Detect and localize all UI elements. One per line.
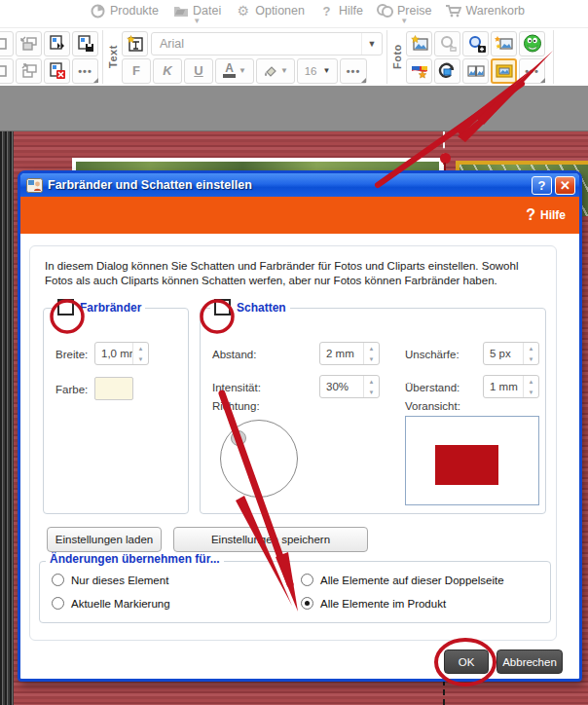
abstand-spinner[interactable]: 2 mm ▲▼ <box>319 342 380 365</box>
radio-icon[interactable] <box>52 574 64 586</box>
breite-value: 1,0 mm <box>95 343 132 364</box>
fill-color-icon <box>263 64 277 78</box>
menu-datei[interactable]: Datei ▼ <box>172 0 221 23</box>
voransicht-label: Voransicht: <box>405 400 460 412</box>
radio-label: Aktuelle Markierung <box>71 598 170 610</box>
apply-template-button[interactable] <box>44 31 70 56</box>
radio-icon[interactable] <box>301 597 313 610</box>
photo-style-button[interactable] <box>406 58 432 84</box>
underline-button[interactable]: U <box>184 58 213 84</box>
menu-produkte[interactable]: Produkte <box>90 0 159 21</box>
menu-preise[interactable]: Preise ▼ <box>377 0 431 23</box>
schatten-group: Schatten Abstand: 2 mm ▲▼ Intensität: 30… <box>200 308 546 514</box>
load-settings-label: Einstellungen laden <box>55 534 153 545</box>
intensitaet-value: 30% <box>320 376 363 397</box>
radio-icon[interactable] <box>52 597 64 610</box>
photo-frame-button[interactable] <box>491 58 517 84</box>
photo-effects-button[interactable] <box>491 31 517 56</box>
radio-aktuelle-markierung[interactable]: Aktuelle Markierung <box>52 597 170 610</box>
more-dots-icon: ••• <box>347 65 361 77</box>
spinner-arrows[interactable]: ▲▼ <box>132 343 148 364</box>
new-text-button[interactable] <box>122 31 148 56</box>
fill-color-button[interactable]: ▼ <box>256 58 295 84</box>
menu-label: Preise <box>397 4 431 18</box>
ueberstand-spinner[interactable]: 1 mm ▲▼ <box>483 375 539 398</box>
spin-down-icon: ▼ <box>524 353 538 364</box>
unschaerfe-spinner[interactable]: 5 px ▲▼ <box>483 342 539 365</box>
bring-forward-button[interactable] <box>16 58 42 84</box>
richtung-direction-dial[interactable] <box>220 420 298 498</box>
photo-style-icon <box>410 62 429 80</box>
load-settings-button[interactable]: Einstellungen laden <box>47 527 162 552</box>
menu-label: Produkte <box>110 4 159 18</box>
banner-help-link[interactable]: Hilfe <box>540 208 566 222</box>
menu-warenkorb[interactable]: Warenkorb <box>445 0 525 21</box>
send-backward-button[interactable] <box>16 31 42 56</box>
spin-down-icon: ▼ <box>364 387 379 397</box>
italic-label: K <box>163 63 171 78</box>
dialog-close-button[interactable]: ✕ <box>555 176 575 195</box>
delete-template-button[interactable] <box>44 58 70 84</box>
save-settings-button[interactable]: Einstellungen speichern <box>173 527 368 552</box>
apply-scope-legend: Änderungen übernehmen für... <box>50 552 220 566</box>
intensitaet-spinner[interactable]: 30% ▲▼ <box>319 375 380 398</box>
smiley-button[interactable] <box>519 31 545 56</box>
radio-icon[interactable] <box>301 574 313 586</box>
spin-down-icon: ▼ <box>133 353 148 364</box>
toolbar-button-partial[interactable] <box>0 58 14 84</box>
save-settings-label: Einstellungen speichern <box>211 534 330 545</box>
delete-template-icon <box>48 62 67 80</box>
italic-button[interactable]: K <box>153 58 182 84</box>
spin-up-icon: ▲ <box>524 343 538 353</box>
close-icon: ✕ <box>560 178 570 193</box>
dialog-titlebar[interactable]: Farbränder und Schatten einstellen ? ✕ <box>20 173 579 197</box>
radio-nur-dieses-element[interactable]: Nur dieses Element <box>52 574 168 586</box>
font-color-button[interactable]: A ▼ <box>215 58 254 84</box>
ueberstand-label: Überstand: <box>405 382 459 393</box>
font-size-select[interactable]: 16 ▼ <box>297 58 338 84</box>
arrange-more-button[interactable]: ••• <box>72 58 98 84</box>
dialog-help-button[interactable]: ? <box>532 176 552 195</box>
chevron-down-icon: ▼ <box>361 33 382 55</box>
ok-button[interactable]: OK <box>444 649 489 674</box>
radio-alle-doppelseite[interactable]: Alle Elemente auf dieser Doppelseite <box>301 574 504 586</box>
save-template-button[interactable] <box>72 31 98 56</box>
add-photo-icon <box>410 35 429 53</box>
menu-label: Warenkorb <box>465 4 525 18</box>
farbe-color-swatch[interactable] <box>94 377 133 400</box>
fold-pin-marker <box>440 153 451 164</box>
spinner-arrows[interactable]: ▲▼ <box>363 343 379 364</box>
toolbar-button-partial[interactable] <box>0 31 14 56</box>
farbraender-checkbox[interactable] <box>57 299 74 315</box>
zoom-out-photo-button[interactable] <box>434 31 460 56</box>
foto-more-button[interactable]: ••• <box>519 58 545 84</box>
spinner-arrows[interactable]: ▲▼ <box>523 343 538 364</box>
schatten-checkbox[interactable] <box>214 299 231 315</box>
cancel-button[interactable]: Abbrechen <box>496 649 563 674</box>
spinner-arrows[interactable]: ▲▼ <box>363 376 379 397</box>
spinner-arrows[interactable]: ▲▼ <box>523 376 538 397</box>
breite-spinner[interactable]: 1,0 mm ▲▼ <box>94 342 149 365</box>
menu-hilfe[interactable]: ? Hilfe <box>318 0 363 21</box>
foto-group-label: Foto <box>389 28 404 86</box>
pie-chart-icon <box>90 4 106 19</box>
font-family-select[interactable]: Arial ▼ <box>151 32 383 56</box>
farbraender-schatten-dialog: Farbränder und Schatten einstellen ? ✕ ?… <box>18 170 582 682</box>
dialog-description: In diesem Dialog können Sie Schatten und… <box>45 259 537 287</box>
dialog-app-icon <box>26 178 43 193</box>
photo-pair-button[interactable] <box>462 58 489 84</box>
menu-optionen[interactable]: ⚙ Optionen <box>235 0 305 21</box>
chevron-down-icon: ▼ <box>193 19 201 23</box>
add-photo-button[interactable] <box>406 31 432 56</box>
radio-alle-im-produkt[interactable]: Alle Elemente im Produkt <box>301 597 446 610</box>
bold-button[interactable]: F <box>122 58 151 84</box>
menu-label: Hilfe <box>339 4 363 18</box>
zoom-in-photo-button[interactable] <box>462 31 489 56</box>
apply-scope-group: Änderungen übernehmen für... Nur dieses … <box>39 561 551 623</box>
text-more-button[interactable]: ••• <box>340 58 367 84</box>
zoom-in-photo-icon <box>466 35 486 53</box>
breite-label: Breite: <box>55 349 88 360</box>
spin-up-icon: ▲ <box>364 343 379 353</box>
direction-handle[interactable] <box>231 430 246 446</box>
rotate-photo-button[interactable] <box>434 58 460 84</box>
